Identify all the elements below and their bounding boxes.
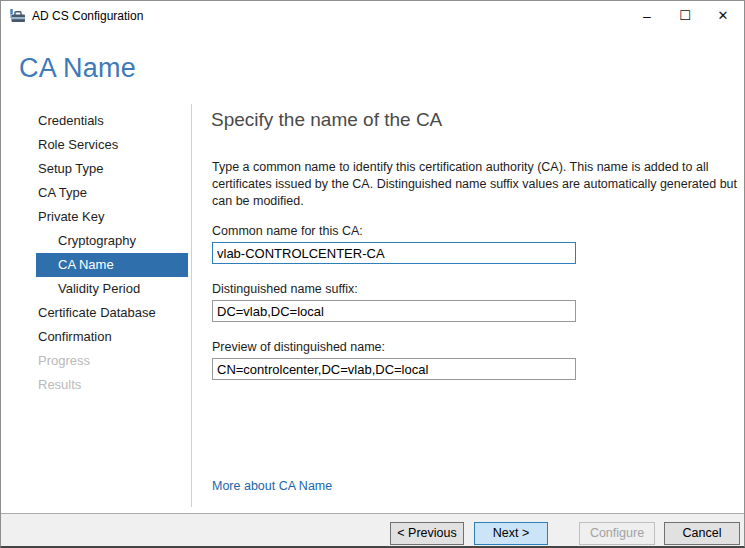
sidebar-item-setup-type[interactable]: Setup Type: [1, 157, 191, 181]
cancel-button[interactable]: Cancel: [664, 522, 740, 545]
configure-button: Configure: [579, 522, 655, 545]
sidebar-item-ca-name[interactable]: CA Name: [36, 253, 188, 277]
close-button[interactable]: ✕: [706, 1, 740, 31]
common-name-input[interactable]: [212, 242, 576, 264]
title-bar: AD CS Configuration – ☐ ✕: [1, 1, 744, 31]
more-about-ca-name-link[interactable]: More about CA Name: [212, 479, 332, 493]
dn-preview-input[interactable]: [212, 358, 576, 380]
wizard-steps-sidebar: Credentials Role Services Setup Type CA …: [1, 109, 191, 397]
sidebar-item-private-key[interactable]: Private Key: [1, 205, 191, 229]
dn-suffix-input[interactable]: [212, 300, 576, 322]
sidebar-item-validity-period[interactable]: Validity Period: [1, 277, 191, 301]
dn-preview-label: Preview of distinguished name:: [212, 340, 385, 354]
sidebar-item-cryptography[interactable]: Cryptography: [1, 229, 191, 253]
dn-suffix-label: Distinguished name suffix:: [212, 282, 358, 296]
window-title: AD CS Configuration: [32, 9, 143, 23]
previous-button[interactable]: < Previous: [390, 522, 464, 545]
page-title: CA Name: [19, 53, 136, 84]
sidebar-item-confirmation[interactable]: Confirmation: [1, 325, 191, 349]
sidebar-item-results: Results: [1, 373, 191, 397]
sidebar-divider: [191, 104, 192, 507]
sidebar-item-certificate-database[interactable]: Certificate Database: [1, 301, 191, 325]
sidebar-item-progress: Progress: [1, 349, 191, 373]
content-heading: Specify the name of the CA: [211, 109, 442, 131]
maximize-button[interactable]: ☐: [668, 1, 702, 31]
common-name-label: Common name for this CA:: [212, 224, 363, 238]
next-button[interactable]: Next >: [474, 522, 548, 545]
content-description: Type a common name to identify this cert…: [212, 159, 745, 210]
sidebar-item-credentials[interactable]: Credentials: [1, 109, 191, 133]
sidebar-item-ca-type[interactable]: CA Type: [1, 181, 191, 205]
minimize-button[interactable]: –: [630, 1, 664, 31]
footer-button-bar: < Previous Next > Configure Cancel: [1, 513, 744, 546]
sidebar-item-role-services[interactable]: Role Services: [1, 133, 191, 157]
adcs-configuration-window: AD CS Configuration – ☐ ✕ CA Name Creden…: [0, 0, 745, 548]
adcs-app-icon: [10, 8, 26, 24]
